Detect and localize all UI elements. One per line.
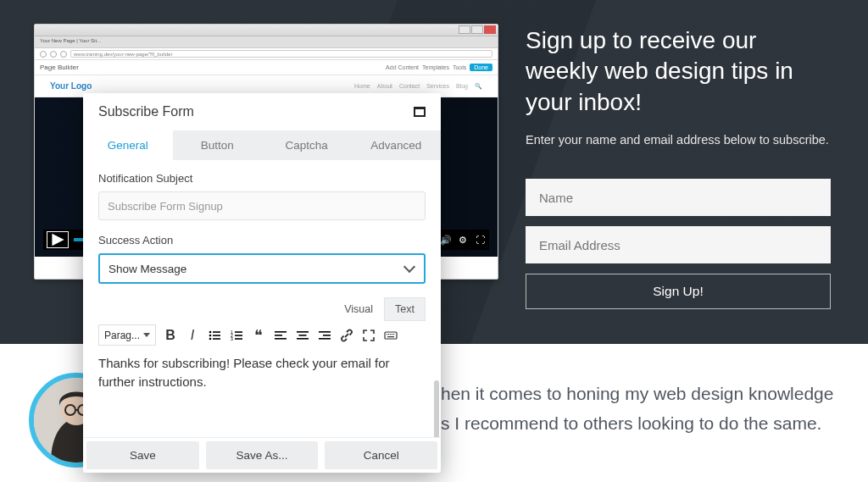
svg-rect-18 <box>275 335 282 336</box>
site-logo[interactable]: Your Logo <box>50 81 92 91</box>
browser-tab[interactable]: Your New Page | Your Sit... <box>35 36 498 48</box>
svg-point-9 <box>209 337 212 340</box>
svg-rect-6 <box>213 331 220 333</box>
align-left-icon[interactable] <box>273 328 288 343</box>
editor-toolbar: Parag... B I 123 ❝ <box>98 324 426 346</box>
svg-rect-24 <box>323 335 331 336</box>
nav-item[interactable]: Blog <box>456 83 468 90</box>
ordered-list-icon[interactable]: 123 <box>229 328 244 343</box>
email-input[interactable] <box>526 226 831 263</box>
success-action-value: Show Message <box>108 263 186 275</box>
tab-general[interactable]: General <box>83 130 173 160</box>
done-button[interactable]: Done <box>470 64 492 71</box>
svg-rect-21 <box>299 335 307 336</box>
svg-rect-12 <box>235 331 242 333</box>
save-button[interactable]: Save <box>86 441 199 469</box>
svg-point-7 <box>209 334 212 336</box>
quote-icon[interactable]: ❝ <box>251 328 266 343</box>
chevron-down-icon <box>403 261 415 273</box>
bullet-list-icon[interactable] <box>207 328 222 343</box>
nav-item[interactable]: Services <box>426 83 449 90</box>
volume-icon[interactable]: 🔊 <box>440 234 452 246</box>
modal-tabs: General Button Captcha Advanced <box>83 130 441 160</box>
svg-rect-16 <box>235 338 242 340</box>
paragraph-label: Parag... <box>104 330 140 341</box>
window-titlebar <box>35 25 498 36</box>
caret-down-icon <box>143 333 150 337</box>
svg-rect-20 <box>297 331 309 333</box>
play-button[interactable] <box>47 231 69 248</box>
modal-window-icon[interactable] <box>414 107 426 117</box>
name-input[interactable] <box>526 179 831 216</box>
editor-content[interactable]: Thanks for subscribing! Please check you… <box>98 354 426 430</box>
browser-address-bar: www.training.dev/your-new-page/?fl_build… <box>35 48 498 60</box>
cancel-button[interactable]: Cancel <box>325 441 437 469</box>
templates-button[interactable]: Templates <box>422 64 449 70</box>
tab-advanced[interactable]: Advanced <box>352 130 442 160</box>
svg-rect-29 <box>390 334 391 335</box>
page-builder-bar: Page Builder Add Content Templates Tools… <box>35 60 498 75</box>
window-maximize-icon[interactable] <box>471 25 483 34</box>
svg-rect-25 <box>319 338 331 340</box>
add-content-button[interactable]: Add Content <box>386 64 419 70</box>
fullscreen-icon[interactable] <box>361 328 376 343</box>
reload-icon[interactable] <box>60 51 67 58</box>
forward-icon[interactable] <box>50 51 57 58</box>
svg-rect-26 <box>385 332 397 339</box>
nav-item[interactable]: Contact <box>399 83 420 90</box>
page-builder-label: Page Builder <box>40 64 79 71</box>
window-minimize-icon[interactable] <box>459 25 470 34</box>
svg-rect-27 <box>387 334 387 335</box>
signup-title: Sign up to receive our weekly web design… <box>526 25 831 118</box>
tab-button[interactable]: Button <box>173 130 263 160</box>
editor-mode-switch: Visual Text <box>98 297 426 321</box>
search-icon[interactable]: 🔍 <box>475 83 482 90</box>
modal-footer: Save Save As... Cancel <box>83 437 441 473</box>
svg-point-5 <box>209 330 212 333</box>
modal-title: Subscribe Form <box>98 104 194 119</box>
paragraph-dropdown[interactable]: Parag... <box>98 324 156 346</box>
svg-text:3: 3 <box>231 336 233 341</box>
fullscreen-icon[interactable]: ⛶ <box>474 234 486 246</box>
svg-rect-31 <box>393 334 394 335</box>
back-icon[interactable] <box>40 51 47 58</box>
signup-subtitle: Enter your name and email address below … <box>526 133 831 147</box>
link-icon[interactable] <box>339 328 354 343</box>
signup-button[interactable]: Sign Up! <box>526 274 831 309</box>
keyboard-icon[interactable] <box>383 328 398 343</box>
editor-mode-visual[interactable]: Visual <box>333 297 384 321</box>
svg-rect-22 <box>297 338 309 340</box>
svg-rect-10 <box>213 338 220 340</box>
settings-icon[interactable]: ⚙ <box>457 234 469 246</box>
svg-rect-32 <box>387 336 394 337</box>
italic-icon[interactable]: I <box>185 328 200 343</box>
tools-button[interactable]: Tools <box>453 64 466 70</box>
site-nav: Home About Contact Services Blog 🔍 <box>354 83 482 90</box>
url-field[interactable]: www.training.dev/your-new-page/?fl_build… <box>70 50 492 58</box>
success-action-select[interactable]: Show Message <box>98 253 426 284</box>
align-right-icon[interactable] <box>317 328 332 343</box>
align-center-icon[interactable] <box>295 328 310 343</box>
modal-scrollbar[interactable] <box>434 380 439 437</box>
nav-item[interactable]: Home <box>354 83 370 90</box>
tab-captcha[interactable]: Captcha <box>262 130 352 160</box>
editor-mode-text[interactable]: Text <box>384 297 426 321</box>
svg-rect-19 <box>275 338 287 340</box>
svg-rect-28 <box>388 334 389 335</box>
success-action-label: Success Action <box>98 234 426 247</box>
svg-rect-8 <box>213 335 220 336</box>
notification-subject-input[interactable] <box>98 191 426 220</box>
window-close-icon[interactable] <box>484 25 496 34</box>
bold-icon[interactable]: B <box>163 328 178 343</box>
svg-rect-30 <box>392 334 392 335</box>
signup-panel: Sign up to receive our weekly web design… <box>526 25 831 309</box>
notification-subject-label: Notification Subject <box>98 172 426 185</box>
svg-rect-17 <box>275 331 287 333</box>
svg-rect-14 <box>235 335 242 336</box>
subscribe-form-modal: Subscribe Form General Button Captcha Ad… <box>83 93 441 473</box>
svg-rect-23 <box>319 331 331 333</box>
save-as-button[interactable]: Save As... <box>206 441 319 469</box>
nav-item[interactable]: About <box>377 83 392 90</box>
modal-header: Subscribe Form <box>83 93 441 130</box>
modal-body: Notification Subject Success Action Show… <box>83 160 441 437</box>
